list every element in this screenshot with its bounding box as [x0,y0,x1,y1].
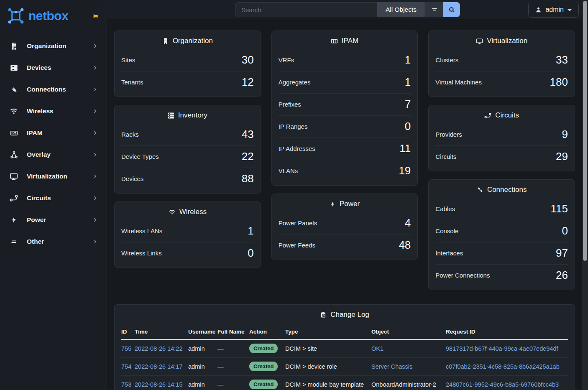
search-submit-button[interactable] [443,2,460,17]
stat-row-wireless-links: Wireless Links 0 [121,242,254,264]
stat-value: 0 [405,120,411,133]
stats-column-2: IPAM VRFs 1 Aggregates 1 Prefixes 7 IP R… [271,31,418,260]
stat-value: 180 [550,76,568,89]
chevron-right-icon [92,152,97,157]
request-id-link[interactable]: 9817317d-b67f-440a-99ca-4ae07ede94df [446,345,558,352]
sidebar-item-wireless[interactable]: Wireless [0,100,107,122]
chevron-right-icon [92,217,97,222]
column-header-time: Time [135,325,188,339]
stat-label: Aggregates [279,79,311,86]
stat-label: Power Connections [435,272,490,279]
sidebar-item-connections[interactable]: Connections [0,79,107,100]
column-header-object: Object [371,325,446,339]
search-filter-button[interactable] [425,2,443,17]
organization-card: Organization Sites 30 Tenants 12 [114,31,261,97]
sidebar-item-label: Virtualization [27,173,92,180]
sidebar-item-label: Devices [27,64,92,71]
sidebar-item-label: Circuits [27,194,92,202]
chevron-right-icon [92,174,97,179]
card-title: IPAM [342,37,358,45]
search-scope-dropdown[interactable]: All Objects [377,2,425,17]
stat-label: Cables [435,205,455,212]
stat-value: 11 [399,142,411,155]
netbox-logo[interactable]: netbox [7,7,68,25]
virtualization-card-header: Virtualization [429,31,575,49]
stat-row-vrfs: VRFs 1 [279,49,411,71]
sidebar-item-label: IPAM [27,129,92,137]
stat-value: 0 [248,247,253,260]
sidebar-nav: Organization Devices [0,35,107,252]
user-menu-button[interactable]: admin [528,2,579,18]
server-icon [9,64,18,72]
stat-label: Interfaces [435,250,463,257]
change-full-name: — [217,363,224,370]
counter-icon [331,38,338,45]
inventory-card-header: Inventory [115,105,261,124]
action-badge: Created [249,380,278,389]
request-id-link[interactable]: 24807c61-9952-49c6-b8a5-69760bfcc4b3 [446,381,559,388]
change-type: DCIM > device role [285,363,337,370]
sidebar-item-label: Overlay [27,151,92,158]
change-username: admin [188,363,205,370]
stat-label: Sites [121,56,135,64]
page-scrollbar[interactable] [582,0,588,390]
change-object-link[interactable]: OK1 [371,345,383,352]
sidebar-item-organization[interactable]: Organization [0,35,107,57]
brand-row: netbox [0,0,107,30]
change-object-link[interactable]: Server Chassis [371,363,412,370]
search-input[interactable] [235,2,377,17]
change-full-name: — [217,345,224,352]
sidebar-item-label: Organization [27,42,92,50]
stat-label: Power Feeds [279,242,315,249]
change-time-link[interactable]: 2022-08-26 14:15 [135,381,183,388]
building-icon [9,42,18,50]
stat-label: Providers [435,131,462,138]
stat-value: 9 [562,128,568,141]
change-username: admin [188,381,205,388]
stat-row-wireless-lans: Wireless LANs 1 [121,220,254,242]
stat-value: 48 [399,239,411,252]
stat-value: 1 [248,224,253,237]
sidebar-item-ipam[interactable]: IPAM [0,122,107,144]
stat-value: 22 [242,150,254,163]
sidebar-item-circuits[interactable]: Circuits [0,187,107,209]
sidebar-item-devices[interactable]: Devices [0,57,107,79]
wifi-icon [169,209,176,216]
sidebar-item-other[interactable]: Other [0,231,107,252]
change-id-link[interactable]: 753 [121,381,131,388]
card-title: Virtualization [487,37,527,45]
stat-value: 33 [556,54,568,66]
monitor-icon [476,38,483,45]
chevron-right-icon [92,87,97,92]
change-id-link[interactable]: 755 [121,345,131,352]
card-title: Circuits [495,111,519,120]
pin-sidebar-icon[interactable] [89,11,100,21]
user-menu-label: admin [545,6,564,13]
stat-value: 115 [551,202,568,215]
request-id-link[interactable]: c07f0ab2-2351-4c58-825a-8b6a2425a1ab [446,363,560,370]
stat-label: Clusters [435,56,458,64]
stat-label: Tenants [121,79,143,86]
stat-row-cables: Cables 115 [435,198,568,220]
sidebar-item-power[interactable]: Power [0,209,107,231]
sidebar-item-virtualization[interactable]: Virtualization [0,166,107,187]
stat-label: Wireless LANs [121,227,162,235]
stat-row-providers: Providers 9 [435,124,568,145]
circuits-card: Circuits Providers 9 Circuits 29 [428,105,575,171]
stats-column-1: Organization Sites 30 Tenants 12 Invento… [114,31,261,268]
stats-column-3: Virtualization Clusters 33 Virtual Machi… [428,31,575,290]
change-time-link[interactable]: 2022-08-26 14:17 [135,363,183,370]
stat-value: 30 [242,54,254,66]
chevron-right-icon [92,109,97,114]
sidebar-item-overlay[interactable]: Overlay [0,144,107,166]
stat-label: VLANs [279,167,298,174]
chevron-right-icon [92,43,97,48]
sidebar-item-label: Power [27,216,92,224]
stat-value: 4 [405,217,411,229]
change-time-link[interactable]: 2022-08-26 14:22 [135,345,183,352]
inventory-card: Inventory Racks 43 Device Types 22 Devic… [114,105,261,194]
counter-icon [9,129,18,137]
action-badge: Created [249,344,278,353]
scrollbar-thumb[interactable] [583,1,587,261]
change-id-link[interactable]: 754 [121,363,131,370]
